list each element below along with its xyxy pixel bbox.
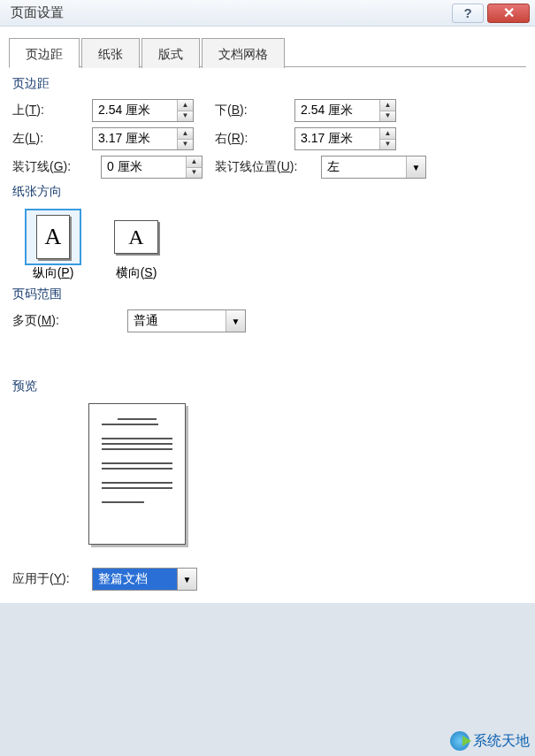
margin-top-field[interactable] <box>93 100 177 121</box>
margin-left-input[interactable]: ▲ ▼ <box>92 127 194 150</box>
margin-top-label: 上(T): <box>12 103 92 118</box>
tab-layout[interactable]: 版式 <box>141 38 200 68</box>
preview-page-icon <box>88 403 186 545</box>
orientation-group-label: 纸张方向 <box>12 184 526 200</box>
globe-icon <box>450 731 470 751</box>
margin-bottom-input[interactable]: ▲ ▼ <box>294 99 396 122</box>
gutter-position-label: 装订线位置(U): <box>215 159 321 175</box>
gutter-position-select[interactable]: 左 ▼ <box>321 156 426 179</box>
gutter-spinner[interactable]: ▲ ▼ <box>186 157 202 178</box>
chevron-down-icon[interactable]: ▼ <box>406 157 425 178</box>
margin-bottom-field[interactable] <box>295 100 379 121</box>
margin-left-label: 左(L): <box>12 131 92 147</box>
tab-document-grid[interactable]: 文档网格 <box>202 38 285 68</box>
multi-pages-label: 多页(M): <box>12 313 92 329</box>
margin-right-input[interactable]: ▲ ▼ <box>294 127 396 150</box>
margin-bottom-spinner[interactable]: ▲ ▼ <box>379 100 395 121</box>
orientation-landscape-label: 横向(S) <box>116 265 157 281</box>
watermark: 系统天地 <box>450 731 530 751</box>
page-setup-dialog: 页面设置 ? ✕ 页边距 纸张 版式 文档网格 页边距 上(T): ▲ ▼ 下(… <box>0 0 535 603</box>
help-button[interactable]: ? <box>452 4 484 23</box>
titlebar: 页面设置 ? ✕ <box>0 0 535 27</box>
preview-group-label: 预览 <box>12 378 526 394</box>
margin-right-field[interactable] <box>295 128 379 149</box>
spin-down-icon[interactable]: ▼ <box>380 111 395 122</box>
spin-up-icon[interactable]: ▲ <box>178 100 193 111</box>
gutter-input[interactable]: ▲ ▼ <box>101 156 203 179</box>
spin-up-icon[interactable]: ▲ <box>380 100 395 111</box>
spin-up-icon[interactable]: ▲ <box>187 157 202 168</box>
apply-to-label: 应用于(Y): <box>12 571 92 587</box>
chevron-down-icon[interactable]: ▼ <box>225 310 245 332</box>
orientation-landscape[interactable]: A 横向(S) <box>108 209 164 281</box>
margins-group-label: 页边距 <box>12 76 526 92</box>
spin-down-icon[interactable]: ▼ <box>187 168 202 179</box>
pages-group-label: 页码范围 <box>12 286 526 302</box>
spin-down-icon[interactable]: ▼ <box>178 140 193 150</box>
margin-right-spinner[interactable]: ▲ ▼ <box>379 128 395 149</box>
margin-top-input[interactable]: ▲ ▼ <box>92 99 194 122</box>
landscape-icon: A <box>108 209 164 265</box>
orientation-portrait[interactable]: A 纵向(P) <box>25 209 81 281</box>
margin-top-spinner[interactable]: ▲ ▼ <box>177 100 193 121</box>
gutter-field[interactable] <box>102 157 186 178</box>
gutter-label: 装订线(G): <box>12 159 101 175</box>
portrait-icon: A <box>25 209 81 265</box>
window-title: 页面设置 <box>11 4 64 21</box>
margin-left-field[interactable] <box>93 128 177 149</box>
client-area: 页边距 纸张 版式 文档网格 页边距 上(T): ▲ ▼ 下(B): ▲ ▼ <box>0 27 535 603</box>
tab-paper[interactable]: 纸张 <box>81 38 140 68</box>
close-button[interactable]: ✕ <box>487 4 530 23</box>
spin-down-icon[interactable]: ▼ <box>380 140 395 150</box>
orientation-portrait-label: 纵向(P) <box>33 265 74 281</box>
spin-up-icon[interactable]: ▲ <box>380 128 395 140</box>
spin-up-icon[interactable]: ▲ <box>178 128 193 140</box>
apply-to-select[interactable]: 整篇文档 ▼ <box>92 568 197 591</box>
margin-left-spinner[interactable]: ▲ ▼ <box>177 128 193 149</box>
margin-bottom-label: 下(B): <box>215 103 294 118</box>
tab-margins[interactable]: 页边距 <box>9 38 80 68</box>
tabstrip: 页边距 纸张 版式 文档网格 <box>9 37 526 67</box>
margin-right-label: 右(R): <box>215 131 294 147</box>
multi-pages-select[interactable]: 普通 ▼ <box>127 309 246 332</box>
chevron-down-icon[interactable]: ▼ <box>177 569 196 590</box>
spin-down-icon[interactable]: ▼ <box>178 111 193 122</box>
